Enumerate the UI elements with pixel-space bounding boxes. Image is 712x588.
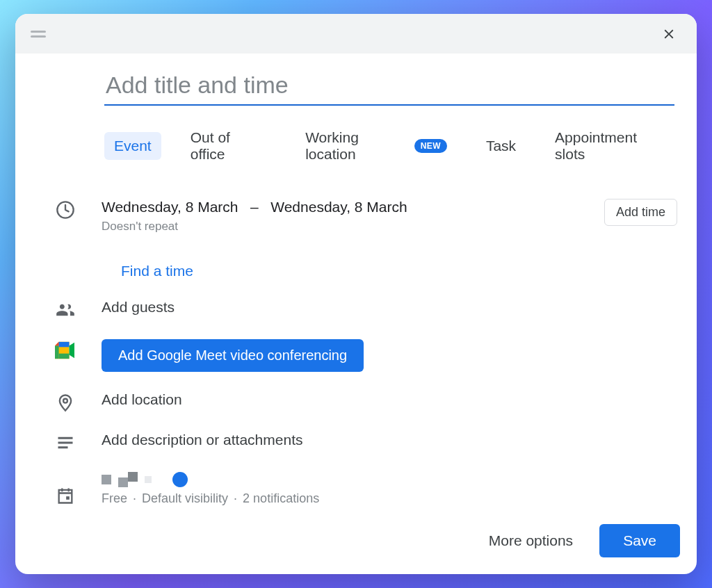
tab-task[interactable]: Task	[476, 132, 526, 160]
calendar-icon	[54, 472, 76, 505]
date-separator: –	[250, 199, 259, 215]
guests-placeholder: Add guests	[102, 299, 677, 316]
description-placeholder: Add description or attachments	[102, 432, 677, 448]
drag-handle-icon[interactable]	[31, 31, 46, 38]
new-badge: NEW	[414, 139, 447, 153]
calendar-color-dot[interactable]	[172, 472, 188, 487]
location-row[interactable]: Add location	[54, 391, 677, 412]
start-date[interactable]: Wednesday, 8 March	[102, 199, 238, 215]
tab-out-of-office[interactable]: Out of office	[181, 124, 276, 168]
save-button[interactable]: Save	[599, 524, 680, 557]
google-meet-icon	[54, 339, 76, 359]
add-time-button[interactable]: Add time	[604, 199, 677, 226]
close-button[interactable]	[656, 22, 681, 47]
availability-label[interactable]: Free	[102, 491, 127, 506]
svg-point-0	[63, 399, 67, 403]
datetime-row: Wednesday, 8 March – Wednesday, 8 March …	[54, 199, 677, 234]
end-date[interactable]: Wednesday, 8 March	[270, 199, 407, 215]
find-a-time-link[interactable]: Find a time	[121, 263, 193, 279]
description-row[interactable]: Add description or attachments	[54, 432, 677, 452]
tab-event[interactable]: Event	[104, 132, 161, 160]
close-icon	[661, 26, 677, 42]
notifications-label[interactable]: 2 notifications	[243, 491, 319, 506]
description-icon	[54, 432, 76, 452]
tab-working-location[interactable]: Working location NEW	[296, 124, 457, 168]
calendar-owner-strip	[102, 472, 677, 487]
type-tabs: Event Out of office Working location NEW…	[104, 124, 677, 168]
visibility-label[interactable]: Default visibility	[142, 491, 228, 506]
tab-working-location-label: Working location	[305, 129, 409, 163]
guests-row[interactable]: Add guests	[54, 299, 677, 320]
tab-appointment-slots[interactable]: Appointment slots	[545, 124, 677, 168]
recurrence-label[interactable]: Doesn't repeat	[102, 220, 579, 234]
dialog-header	[15, 14, 697, 54]
svg-rect-1	[66, 496, 70, 500]
calendar-status-row[interactable]: Free · Default visibility · 2 notificati…	[54, 472, 677, 506]
clock-icon	[54, 199, 76, 220]
quick-create-dialog: Event Out of office Working location NEW…	[15, 14, 697, 574]
location-placeholder: Add location	[102, 391, 677, 408]
dialog-footer: More options Save	[15, 512, 697, 574]
meet-row: Add Google Meet video conferencing	[54, 339, 677, 372]
more-options-button[interactable]: More options	[482, 527, 580, 555]
guests-icon	[54, 299, 76, 320]
title-input[interactable]	[104, 69, 674, 106]
add-meet-button[interactable]: Add Google Meet video conferencing	[102, 339, 364, 372]
location-icon	[54, 391, 76, 412]
